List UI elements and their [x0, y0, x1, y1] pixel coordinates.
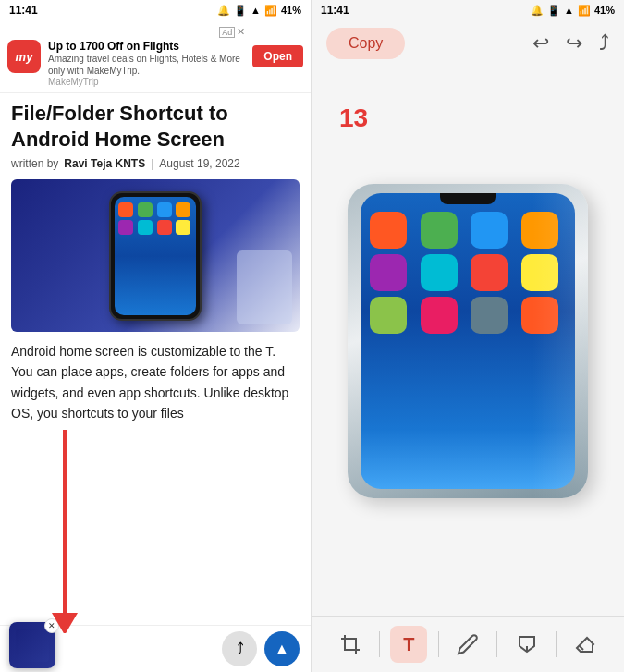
- ad-source: MakeMyTrip: [48, 77, 245, 87]
- notification-icon: 🔔: [217, 5, 230, 17]
- app-icon-5: [118, 220, 133, 235]
- floating-thumbnail[interactable]: ✕: [9, 622, 55, 668]
- eraser-tool-button[interactable]: [567, 626, 604, 663]
- undo-button[interactable]: ↩: [532, 31, 549, 55]
- right-toolbar-icons: ↩ ↪ ⤴: [532, 31, 609, 55]
- share-icon: ⤴: [236, 640, 244, 659]
- written-by-label: written by: [11, 157, 58, 170]
- text-icon: T: [403, 634, 414, 655]
- ad-logo: my: [7, 40, 41, 73]
- r-app-icon-9: [370, 297, 407, 334]
- right-time: 11:41: [321, 4, 349, 17]
- right-image-area: 13: [312, 67, 624, 616]
- phone-screen-icons: [115, 197, 196, 240]
- toolbar-divider-4: [556, 631, 557, 657]
- marker-tool-button[interactable]: [508, 626, 545, 663]
- right-screen-app-icons: [361, 193, 575, 343]
- app-icon-2: [138, 202, 153, 217]
- right-whatsapp-icon: 📱: [547, 5, 560, 17]
- r-app-icon-4: [521, 212, 558, 249]
- right-notification-icon: 🔔: [531, 5, 544, 17]
- thumbnail-close-button[interactable]: ✕: [44, 618, 59, 633]
- article-image: [11, 179, 300, 332]
- wifi-icon: 📶: [264, 5, 277, 17]
- right-phone-image: [348, 184, 588, 498]
- right-bottom-toolbar: T: [312, 616, 624, 672]
- svg-line-3: [580, 646, 583, 650]
- copy-button[interactable]: Copy: [326, 28, 405, 59]
- signal-icon: ▲: [251, 5, 261, 16]
- right-phone-screen: [361, 193, 575, 489]
- left-status-icons: 🔔 📱 ▲ 📶 41%: [217, 5, 301, 17]
- r-app-icon-5: [370, 254, 407, 291]
- r-app-icon-11: [471, 297, 508, 334]
- app-icon-7: [157, 220, 172, 235]
- pen-icon: [457, 633, 479, 655]
- r-app-icon-7: [471, 254, 508, 291]
- right-status-icons: 🔔 📱 ▲ 📶 41%: [531, 5, 615, 17]
- app-icon-8: [176, 220, 190, 235]
- redo-button[interactable]: ↪: [566, 31, 582, 55]
- phone-screen: [115, 197, 196, 315]
- right-signal-icon: ▲: [564, 5, 574, 16]
- ad-label: Ad: [219, 27, 235, 38]
- publish-date: August 19, 2022: [159, 157, 239, 170]
- ad-top-row: Ad ✕: [48, 26, 245, 38]
- r-app-icon-12: [521, 297, 558, 334]
- phone-notch: [440, 193, 496, 204]
- right-battery: 41%: [594, 5, 615, 16]
- app-icon-4: [176, 202, 190, 217]
- article-title: File/Folder Shortcut to Android Home Scr…: [11, 101, 300, 152]
- right-phone-inner: [361, 193, 575, 489]
- scroll-up-button[interactable]: ▲: [264, 631, 300, 666]
- ad-close-x[interactable]: ✕: [237, 26, 245, 38]
- step-number: 13: [339, 104, 368, 133]
- right-status-bar: 11:41 🔔 📱 ▲ 📶 41%: [312, 0, 624, 20]
- ad-subtitle: Amazing travel deals on Flights, Hotels …: [48, 53, 245, 77]
- ad-open-button[interactable]: Open: [252, 45, 303, 67]
- eraser-icon: [574, 633, 596, 655]
- article-body: Android home screen is customizable to t…: [11, 341, 300, 424]
- r-app-icon-3: [471, 212, 508, 249]
- r-app-icon-6: [421, 254, 458, 291]
- r-app-icon-2: [421, 212, 458, 249]
- left-time: 11:41: [9, 4, 38, 17]
- battery-icon: 41%: [281, 5, 301, 16]
- app-icon-3: [157, 202, 172, 217]
- author-name: Ravi Teja KNTS: [64, 157, 145, 170]
- r-app-icon-1: [370, 212, 407, 249]
- article-content: File/Folder Shortcut to Android Home Scr…: [0, 93, 311, 625]
- r-app-icon-8: [521, 254, 558, 291]
- toolbar-divider-1: [379, 631, 380, 657]
- phone-mockup: [109, 191, 202, 321]
- meta-separator: |: [151, 157, 153, 170]
- article-meta: written by Ravi Teja KNTS | August 19, 2…: [11, 157, 300, 170]
- marker-icon: [516, 633, 538, 655]
- ad-content: Ad ✕ Up to 1700 Off on Flights Amazing t…: [48, 26, 245, 87]
- right-panel: 11:41 🔔 📱 ▲ 📶 41% Copy ↩ ↪ ⤴ 13: [312, 0, 624, 672]
- text-tool-button[interactable]: T: [390, 626, 427, 663]
- pen-tool-button[interactable]: [449, 626, 486, 663]
- toolbar-divider-3: [496, 631, 497, 657]
- share-button[interactable]: ⤴: [222, 631, 257, 666]
- app-icon-6: [138, 220, 153, 235]
- right-wifi-icon: 📶: [578, 5, 591, 17]
- ad-banner: my Ad ✕ Up to 1700 Off on Flights Amazin…: [0, 20, 311, 93]
- ad-title: Up to 1700 Off on Flights: [48, 40, 245, 53]
- up-arrow-icon: ▲: [275, 641, 289, 657]
- app-icon-1: [118, 202, 133, 217]
- left-status-bar: 11:41 🔔 📱 ▲ 📶 41%: [0, 0, 311, 20]
- r-app-icon-10: [421, 297, 458, 334]
- whatsapp-icon: 📱: [234, 5, 247, 17]
- left-panel: 11:41 🔔 📱 ▲ 📶 41% my Ad ✕ Up to 1700 Off…: [0, 0, 312, 672]
- crop-icon: [339, 633, 361, 655]
- crop-tool-button[interactable]: [332, 626, 369, 663]
- right-top-toolbar: Copy ↩ ↪ ⤴: [312, 20, 624, 67]
- left-bottom-bar: ✕ ⤴ ▲: [0, 625, 311, 672]
- toolbar-divider-2: [438, 631, 439, 657]
- share-toolbar-button[interactable]: ⤴: [599, 31, 609, 55]
